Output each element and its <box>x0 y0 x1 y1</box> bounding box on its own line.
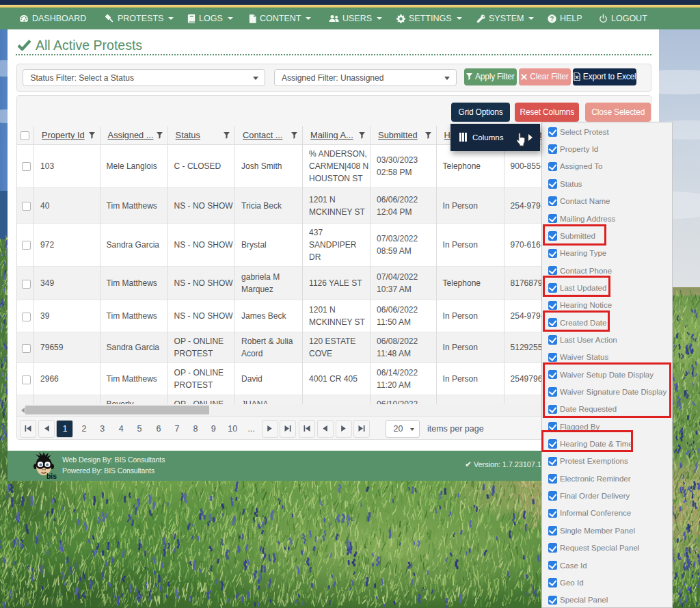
svg-text:bis: bis <box>46 472 57 479</box>
